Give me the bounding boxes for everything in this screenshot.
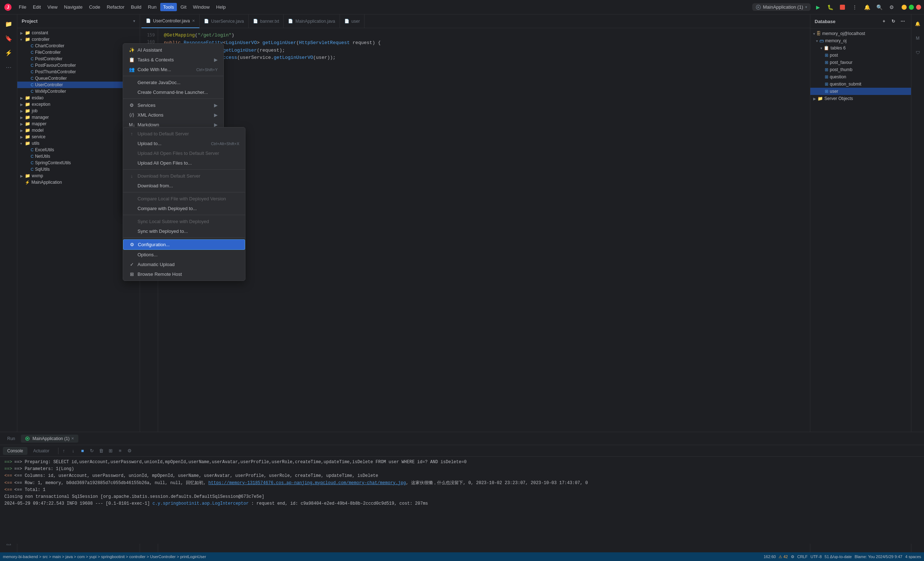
- tree-item-chartcontroller[interactable]: CChartController: [17, 43, 140, 49]
- deploy-sync-with[interactable]: Sync with Deployed to...: [123, 226, 245, 236]
- editor-tab-UserController-java[interactable]: 📄UserController.java✕: [141, 15, 200, 28]
- editor-tab-user[interactable]: 📄user: [340, 15, 364, 28]
- right-strip-plugins[interactable]: M: [911, 32, 924, 45]
- deploy-options[interactable]: Options...: [123, 250, 245, 260]
- tree-item-netutils[interactable]: CNetUtils: [17, 153, 140, 160]
- console-stop-btn[interactable]: ■: [79, 447, 87, 455]
- tree-item-mapper[interactable]: ▶📁mapper: [17, 121, 140, 127]
- db-table-post-thumb[interactable]: ⊞ post_thumb: [810, 66, 911, 73]
- run-config-selector[interactable]: MainApplication (1) ▾: [752, 3, 811, 11]
- menu-tools[interactable]: Tools: [160, 3, 177, 11]
- right-strip-notifications[interactable]: 🔔: [911, 17, 924, 30]
- tree-item-wxmpcontroller[interactable]: CWxMpController: [17, 88, 140, 94]
- menu-navigate[interactable]: Navigate: [61, 3, 85, 11]
- db-table-post[interactable]: ⊞ post: [810, 52, 911, 59]
- db-schema[interactable]: ▾ 🗃 memory_oj: [810, 37, 911, 44]
- db-refresh-btn[interactable]: ↻: [890, 17, 897, 25]
- deploy-upload-to[interactable]: Upload to... Ctrl+Alt+Shift+X: [123, 139, 245, 148]
- tree-item-queuecontroller[interactable]: CQueueController: [17, 75, 140, 82]
- editor-tab-MainApplication-java[interactable]: 📄MainApplication.java: [284, 15, 340, 28]
- sidebar-structure-icon[interactable]: ⚡: [2, 46, 15, 59]
- console-scroll-up[interactable]: ↑: [60, 447, 68, 455]
- tree-item-springcontextutils[interactable]: CSpringContextUtils: [17, 160, 140, 166]
- deploy-upload-all-to[interactable]: Upload All Open Files to...: [123, 158, 245, 168]
- tree-item-postcontroller[interactable]: CPostController: [17, 56, 140, 62]
- menu-edit[interactable]: Edit: [30, 3, 44, 11]
- minimize-button[interactable]: [902, 5, 907, 10]
- tree-item-constant[interactable]: ▶📁constant: [17, 30, 140, 36]
- editor-tab-UserService-java[interactable]: 📄UserService.java: [200, 15, 249, 28]
- search-everywhere[interactable]: 🔍: [874, 2, 884, 12]
- db-table-question-submit[interactable]: ⊞ question_submit: [810, 81, 911, 88]
- tree-item-wxmp[interactable]: ▶📁wxmp: [17, 172, 140, 179]
- menu-view[interactable]: View: [44, 3, 60, 11]
- stop-button[interactable]: [837, 2, 848, 12]
- tree-item-sqlutils[interactable]: CSqlUtils: [17, 166, 140, 172]
- more-run-options[interactable]: ⋮: [850, 2, 860, 12]
- status-path[interactable]: memory-bi-backend > src > main > java > …: [3, 555, 761, 559]
- deploy-configuration[interactable]: ⚙ Configuration...: [123, 239, 245, 250]
- notifications[interactable]: 🔔: [862, 2, 872, 12]
- tools-menu-services[interactable]: ⚙ Services ▶: [123, 100, 224, 110]
- maximize-button[interactable]: [909, 5, 914, 10]
- status-crlf[interactable]: CRLF: [797, 555, 808, 559]
- tree-item-model[interactable]: ▶📁model: [17, 127, 140, 134]
- menu-code[interactable]: Code: [86, 3, 103, 11]
- tools-menu-tasks[interactable]: 📋 Tasks & Contexts ▶: [123, 55, 224, 64]
- status-eol[interactable]: ⚙: [791, 555, 794, 559]
- run-button[interactable]: ▶: [813, 2, 823, 12]
- status-charset[interactable]: UTF-8: [810, 555, 822, 559]
- db-connection-local[interactable]: ▾ 🗄 memory_oj@localhost: [810, 30, 911, 37]
- db-tables-folder[interactable]: ▾ 📋 tables 6: [810, 44, 911, 52]
- tab-close-icon[interactable]: ✕: [71, 436, 74, 440]
- db-table-question[interactable]: ⊞ question: [810, 73, 911, 81]
- tab-run[interactable]: Run: [3, 435, 20, 442]
- deploy-compare-deployed[interactable]: Compare with Deployed to...: [123, 204, 245, 213]
- console-tab[interactable]: Console: [3, 447, 27, 455]
- db-table-user[interactable]: ⊞ user: [810, 88, 911, 95]
- menu-git[interactable]: Git: [178, 3, 189, 11]
- actuator-tab[interactable]: Actuator: [29, 447, 54, 455]
- status-position[interactable]: 162:60: [764, 555, 776, 559]
- tree-item-esdao[interactable]: ▶📁esdao: [17, 94, 140, 101]
- console-clear-btn[interactable]: 🗑: [98, 447, 105, 455]
- close-button[interactable]: [916, 5, 921, 10]
- db-add-btn[interactable]: +: [880, 17, 888, 25]
- tree-item-mainapplication[interactable]: ⚡MainApplication: [17, 179, 140, 186]
- project-dropdown[interactable]: ▾: [133, 19, 135, 24]
- menu-build[interactable]: Build: [128, 3, 144, 11]
- console-link[interactable]: https://memory-1318574676.cos.ap-nanjing…: [208, 480, 406, 486]
- settings[interactable]: ⚙: [886, 2, 897, 12]
- tree-item-service[interactable]: ▶📁service: [17, 134, 140, 140]
- menu-help[interactable]: Help: [213, 3, 229, 11]
- deploy-automatic-upload[interactable]: ✓ Automatic Upload: [123, 260, 245, 269]
- tools-menu-ai[interactable]: ✨ AI Assistant: [123, 45, 224, 55]
- tab-close-btn[interactable]: ✕: [192, 19, 195, 23]
- tools-menu-cmdlauncher[interactable]: Create Command-line Launcher...: [123, 87, 224, 97]
- tree-item-excelutils[interactable]: CExcelUtils: [17, 147, 140, 153]
- menu-refactor[interactable]: Refactor: [104, 3, 128, 11]
- console-rerun-btn[interactable]: ↻: [88, 447, 96, 455]
- sidebar-more-icon[interactable]: ⋯: [2, 61, 15, 74]
- console-settings-btn[interactable]: ⚙: [126, 447, 134, 455]
- status-indent[interactable]: 4 spaces: [905, 555, 921, 559]
- console-wrap-btn[interactable]: ≡: [116, 447, 124, 455]
- tools-menu-xml[interactable]: ⟨/⟩ XML Actions ▶: [123, 110, 224, 120]
- status-git[interactable]: 51 Δ/up-to-date: [825, 555, 852, 559]
- tree-item-utils[interactable]: ▾📁utils: [17, 140, 140, 147]
- tree-item-usercontroller[interactable]: CUserController: [17, 82, 140, 88]
- db-server-objects[interactable]: ▶ 📁 Server Objects: [810, 95, 911, 102]
- sidebar-project-icon[interactable]: 📁: [2, 17, 15, 30]
- deploy-browse-remote[interactable]: ⊞ Browse Remote Host: [123, 269, 245, 279]
- tools-menu-javadoc[interactable]: Generate JavaDoc...: [123, 78, 224, 87]
- console-filter-btn[interactable]: ⊞: [107, 447, 115, 455]
- editor-tab-banner-txt[interactable]: 📄banner.txt: [249, 15, 284, 28]
- tree-item-postfavourcontroller[interactable]: CPostFavourController: [17, 62, 140, 69]
- tree-item-filecontroller[interactable]: CFileController: [17, 49, 140, 56]
- menu-run[interactable]: Run: [145, 3, 159, 11]
- debug-button[interactable]: 🐛: [825, 2, 835, 12]
- tree-item-postthumbcontroller[interactable]: CPostThumbController: [17, 69, 140, 75]
- console-scroll-down[interactable]: ↓: [69, 447, 77, 455]
- tree-item-manager[interactable]: ▶📁manager: [17, 114, 140, 121]
- menu-window[interactable]: Window: [190, 3, 213, 11]
